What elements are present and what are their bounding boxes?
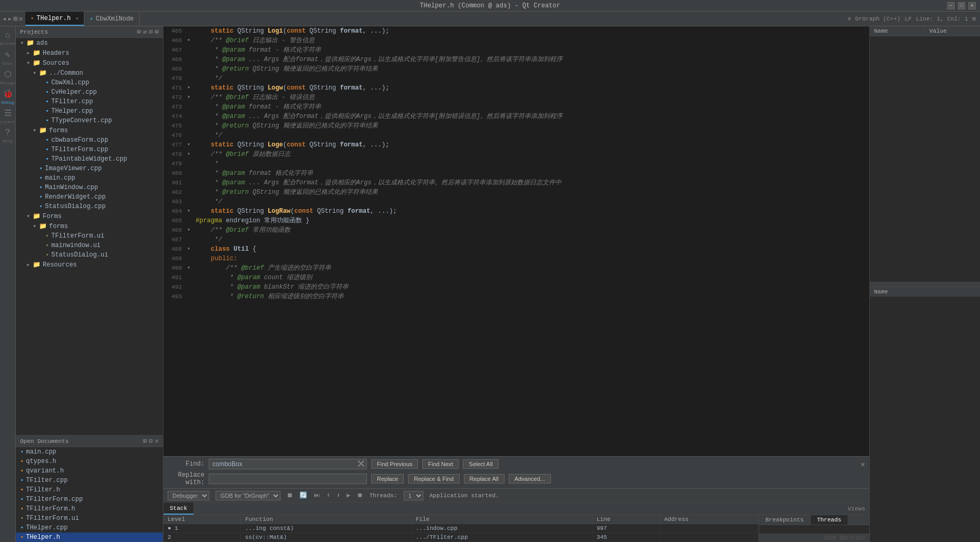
- col-file: File: [411, 515, 592, 524]
- open-docs-icon1[interactable]: ⊞: [143, 437, 147, 445]
- tree-item-tfilter-cpp[interactable]: ▪ TFilter.cpp: [16, 97, 163, 106]
- code-editor[interactable]: 465 static QString Logi(const QString fo…: [163, 26, 869, 456]
- open-doc-tfilter-h[interactable]: ▪ TFilter.h: [16, 485, 163, 495]
- sidebar-collapse-icon[interactable]: ⊟: [149, 28, 153, 36]
- debug-panel: Stack Views Level Function File Line: [163, 502, 869, 542]
- tree-item-cbwxml[interactable]: ▪ CbwXml.cpp: [16, 78, 163, 87]
- advanced-button[interactable]: Advanced...: [509, 474, 551, 484]
- sidebar-item-design[interactable]: ⬡ Design: [1, 67, 15, 86]
- open-doc-thelper-h[interactable]: ▪ THelper.h: [16, 533, 163, 542]
- tab-expand[interactable]: ⊞: [972, 15, 976, 22]
- folder-icon-ads: 📁: [26, 39, 34, 47]
- debug-restart-icon[interactable]: 🔄: [299, 491, 307, 499]
- tree-item-mainwindow-ui[interactable]: ▪ mainwindow.ui: [16, 241, 163, 250]
- tree-item-ads[interactable]: ▾ 📁 ads: [16, 38, 163, 48]
- tab-cbwxmlnode[interactable]: ▪ CbwXmlNode: [84, 12, 140, 26]
- tab-context-label[interactable]: DrGraph (C++): [855, 16, 900, 22]
- sidebar-sync-icon[interactable]: ⇄: [143, 28, 147, 36]
- debug-tab-stack[interactable]: Stack: [163, 502, 194, 515]
- open-doc-main-cpp[interactable]: ▪ main.cpp: [16, 447, 163, 457]
- file-icon-open-qvariant: ▪: [20, 467, 24, 475]
- threads-select[interactable]: 1: [404, 491, 423, 500]
- tree-item-sources[interactable]: ▾ 📁 Sources: [16, 58, 163, 68]
- sidebar-item-edit[interactable]: ✎ Edit: [1, 48, 15, 67]
- sidebar-expand-icon[interactable]: ⊞: [155, 28, 159, 36]
- tab-thelper-h[interactable]: ▪ THelper.h ✕: [25, 12, 84, 26]
- sidebar-item-projects[interactable]: ☰ Projects: [1, 106, 15, 125]
- tab-next-arrow[interactable]: ▸: [7, 14, 12, 23]
- open-docs-icon2[interactable]: ⊟: [149, 437, 153, 445]
- open-doc-tfilterform-ui[interactable]: ▪ TFilterForm.ui: [16, 514, 163, 523]
- tree-item-statusdialog[interactable]: ▪ StatusDialog.cpp: [16, 202, 163, 211]
- find-bar-close-button[interactable]: ✕: [861, 460, 865, 469]
- open-doc-qvariant[interactable]: ▪ qvariant.h: [16, 466, 163, 476]
- tab-lf[interactable]: LF: [905, 16, 911, 22]
- tree-item-main-cpp[interactable]: ▪ main.cpp: [16, 173, 163, 183]
- open-doc-tfilter-cpp[interactable]: ▪ TFilter.cpp: [16, 476, 163, 485]
- replace-input[interactable]: [209, 474, 367, 484]
- tab-context[interactable]: #: [848, 16, 851, 22]
- sidebar-item-debug[interactable]: 🐞 Debug: [1, 87, 15, 106]
- edit-icon: ✎: [5, 50, 11, 60]
- tree-label-imageviewer: ImageViewer.cpp: [45, 165, 102, 172]
- sidebar-filter-icon[interactable]: ⊞: [137, 28, 141, 36]
- debug-record-icon[interactable]: ⏺: [357, 491, 363, 499]
- sidebar-item-welcome[interactable]: ⌂ Welcome: [1, 28, 15, 47]
- tab-threads[interactable]: Threads: [811, 515, 848, 525]
- tree-item-headers[interactable]: ▸ 📁 Headers: [16, 48, 163, 58]
- tree-item-cbwbaseform[interactable]: ▪ cbwbaseForm.cpp: [16, 135, 163, 145]
- select-all-button[interactable]: Select All: [463, 459, 498, 469]
- open-doc-thelper-cpp[interactable]: ▪ THelper.cpp: [16, 523, 163, 533]
- tree-item-renderwidget[interactable]: ▪ RenderWidget.cpp: [16, 192, 163, 202]
- maximize-button[interactable]: □: [958, 2, 965, 9]
- debug-step-out-icon[interactable]: ⬆: [336, 491, 340, 499]
- debug-stop-icon[interactable]: ⏹: [287, 491, 293, 499]
- file-icon-open-main: ▪: [20, 448, 24, 456]
- folder-icon-forms: 📁: [39, 126, 47, 134]
- debug-step-over-icon[interactable]: ⏭: [314, 491, 320, 499]
- open-doc-tfilterform-h[interactable]: ▪ TFilterForm.h: [16, 504, 163, 514]
- debug-run-to-cursor-icon[interactable]: ▶: [346, 491, 350, 499]
- replace-all-button[interactable]: Replace All: [464, 474, 504, 484]
- close-button[interactable]: ✕: [968, 2, 976, 9]
- file-tree: ▾ 📁 ads ▸ 📁 Headers ▾ 📁 Sources: [16, 38, 163, 435]
- file-icon-open-thelper-cpp: ▪: [20, 524, 24, 531]
- tree-item-mainwindow[interactable]: ▪ MainWindow.cpp: [16, 183, 163, 192]
- tree-item-tpaintable[interactable]: ▪ TPaintableWidget.cpp: [16, 154, 163, 164]
- open-docs-close-icon[interactable]: ✕: [155, 437, 159, 445]
- tab-close-all[interactable]: ✕: [18, 14, 23, 23]
- sidebar-item-help[interactable]: ? Help: [1, 126, 15, 145]
- tree-item-tfilterform-cpp[interactable]: ▪ TFilterForm.cpp: [16, 145, 163, 154]
- tree-item-common[interactable]: ▾ 📁 ../Common: [16, 68, 163, 78]
- tab-prev-arrow[interactable]: ◂: [2, 14, 6, 23]
- replace-button[interactable]: Replace: [371, 474, 404, 484]
- debugger-select[interactable]: Debugger: [168, 491, 209, 500]
- tree-item-statusdialog-ui[interactable]: ▪ StatusDialog.ui: [16, 250, 163, 260]
- tree-item-forms-root[interactable]: ▾ 📁 Forms: [16, 211, 163, 221]
- tree-item-resources[interactable]: ▸ 📁 Resources: [16, 260, 163, 270]
- replace-find-button[interactable]: Replace & Find: [408, 474, 459, 484]
- find-next-button[interactable]: Find Next: [422, 459, 459, 469]
- views-label[interactable]: Views: [848, 506, 865, 512]
- debug-step-into-icon[interactable]: ⬇: [326, 491, 330, 499]
- cell-file-2: .../TFilter.cpp: [411, 533, 592, 542]
- tree-item-thelper-cpp[interactable]: ▪ THelper.cpp: [16, 106, 163, 116]
- tree-item-imageviewer[interactable]: ▪ ImageViewer.cpp: [16, 164, 163, 173]
- tree-item-cvhelper[interactable]: ▪ CvHelper.cpp: [16, 87, 163, 97]
- tree-item-forms-sub[interactable]: ▾ 📁 forms: [16, 221, 163, 231]
- open-doc-tfilterform-cpp[interactable]: ▪ TFilterForm.cpp: [16, 495, 163, 504]
- tree-item-ttypeconvert[interactable]: ▪ TTypeConvert.cpp: [16, 116, 163, 125]
- find-clear-button[interactable]: 🞪: [357, 460, 365, 468]
- tab-split-arrow[interactable]: ⊞: [13, 14, 17, 23]
- tree-label-statusdialog-ui: StatusDialog.ui: [51, 251, 108, 259]
- tab-breakpoints[interactable]: Breakpoints: [759, 515, 811, 525]
- open-doc-qtypes[interactable]: ▪ qtypes.h: [16, 457, 163, 466]
- gdb-select[interactable]: GDB for "DrGraph": [216, 491, 280, 500]
- minimize-button[interactable]: ─: [947, 2, 955, 9]
- tree-item-tfilterform-ui[interactable]: ▪ TFilterForm.ui: [16, 231, 163, 241]
- find-previous-button[interactable]: Find Previous: [371, 459, 418, 469]
- tab-close-thelper-h[interactable]: ✕: [75, 15, 79, 22]
- tree-item-forms-folder[interactable]: ▾ 📁 forms: [16, 125, 163, 135]
- tree-label-forms-sub: forms: [49, 223, 68, 230]
- find-input[interactable]: [209, 459, 367, 469]
